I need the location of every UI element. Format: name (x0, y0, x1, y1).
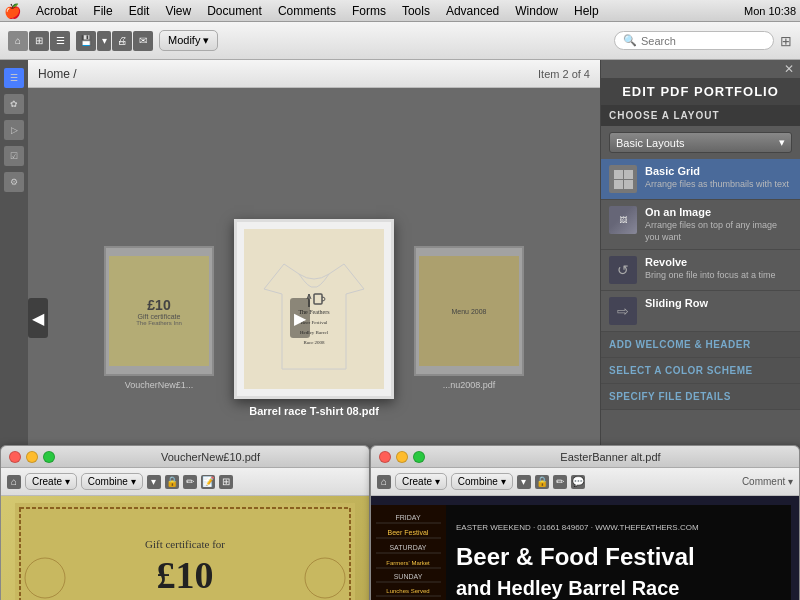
on-image-icon: 🖼 (609, 206, 637, 234)
portfolio-grid-icon[interactable]: ⊞ (29, 31, 49, 51)
save-dropdown-icon[interactable]: ▾ (97, 31, 111, 51)
sliding-row-icon: ⇨ (609, 297, 637, 325)
voucher-minimize-button[interactable] (26, 451, 38, 463)
voucher-maximize-button[interactable] (43, 451, 55, 463)
layout-select-label: Basic Layouts (616, 137, 684, 149)
easter-home-icon[interactable]: ⌂ (377, 475, 391, 489)
voucher-svg: Gift certificate for £10 towards any mea… (15, 503, 355, 601)
easter-create-button[interactable]: Create ▾ (395, 473, 447, 490)
revolve-icon: ↺ (609, 256, 637, 284)
save-icon[interactable]: 💾 (76, 31, 96, 51)
voucher-tool-3[interactable]: ✏ (183, 475, 197, 489)
on-image-text: On an Image Arrange files on top of any … (645, 206, 792, 243)
sidebar-icon-bookmarks[interactable]: ✿ (4, 94, 24, 114)
layout-option-basic-grid[interactable]: Basic Grid Arrange files as thumbnails w… (601, 159, 800, 200)
voucher-content: Gift certificate for £10 towards any mea… (1, 496, 369, 600)
portfolio-item-left[interactable]: £10 Gift certificate The Feathers Inn Vo… (104, 246, 214, 390)
tshirt-svg: The Feathers Beer Festival Hedley Barrel… (254, 239, 374, 379)
menu-tools[interactable]: Tools (395, 2, 437, 20)
menu-label: ...nu2008.pdf (414, 380, 524, 390)
voucher-window: VoucherNew£10.pdf ⌂ Create ▾ Combine ▾ ▾… (0, 445, 370, 600)
menu-file[interactable]: File (86, 2, 119, 20)
search-box[interactable]: 🔍 (614, 31, 774, 50)
voucher-display: Gift certificate for £10 towards any mea… (1, 496, 369, 600)
easter-banner-svg: FRIDAY Beer Festival SATURDAY Farmers' M… (371, 505, 791, 600)
easter-content: FRIDAY Beer Festival SATURDAY Farmers' M… (371, 496, 799, 600)
main-file-label: Barrel race T-shirt 08.pdf (234, 405, 394, 417)
easter-window: EasterBanner alt.pdf ⌂ Create ▾ Combine … (370, 445, 800, 600)
search-input[interactable] (641, 35, 761, 47)
voucher-img: £10 Gift certificate The Feathers Inn (109, 256, 209, 366)
panel-close-button[interactable]: ✕ (778, 60, 800, 78)
sidebar-icon-settings[interactable]: ⚙ (4, 172, 24, 192)
voucher-thumbnail[interactable]: £10 Gift certificate The Feathers Inn (104, 246, 214, 376)
easter-tool-2[interactable]: 🔒 (535, 475, 549, 489)
easter-combine-button[interactable]: Combine ▾ (451, 473, 513, 490)
voucher-create-label: Create ▾ (32, 476, 70, 487)
menu-comments[interactable]: Comments (271, 2, 343, 20)
print-icon[interactable]: 🖨 (112, 31, 132, 51)
next-arrow[interactable]: ▶ (290, 298, 310, 338)
layout-option-revolve[interactable]: ↺ Revolve Bring one file into focus at a… (601, 250, 800, 291)
voucher-tool-4[interactable]: 📝 (201, 475, 215, 489)
voucher-tool-2[interactable]: 🔒 (165, 475, 179, 489)
revolve-text: Revolve Bring one file into focus at a t… (645, 256, 792, 282)
svg-text:FRIDAY: FRIDAY (395, 514, 420, 521)
easter-close-button[interactable] (379, 451, 391, 463)
menu-acrobat[interactable]: Acrobat (29, 2, 84, 20)
modify-button[interactable]: Modify ▾ (159, 30, 218, 51)
menu-document[interactable]: Document (200, 2, 269, 20)
menu-help[interactable]: Help (567, 2, 606, 20)
menu-view[interactable]: View (158, 2, 198, 20)
portfolio-item-main[interactable]: The Feathers Beer Festival Hedley Barrel… (234, 219, 394, 417)
sidebar-icon-pages[interactable]: ▷ (4, 120, 24, 140)
main-content: ☰ ✿ ▷ ☑ ⚙ Home / Item 2 of 4 ◀ £10 Gift … (0, 60, 800, 600)
tshirt-thumbnail[interactable]: The Feathers Beer Festival Hedley Barrel… (234, 219, 394, 399)
voucher-tool-1[interactable]: ▾ (147, 475, 161, 489)
svg-text:Farmers' Market: Farmers' Market (386, 560, 430, 566)
svg-text:Beer Festival: Beer Festival (388, 529, 429, 536)
sidebar-icon-portfolio[interactable]: ☰ (4, 68, 24, 88)
easter-maximize-button[interactable] (413, 451, 425, 463)
voucher-combine-button[interactable]: Combine ▾ (81, 473, 143, 490)
easter-minimize-button[interactable] (396, 451, 408, 463)
easter-create-label: Create ▾ (402, 476, 440, 487)
panel-section-choose-layout: CHOOSE A LAYOUT (601, 105, 800, 126)
portfolio-item-right[interactable]: Menu 2008 ...nu2008.pdf (414, 246, 524, 390)
voucher-combine-label: Combine ▾ (88, 476, 136, 487)
apple-icon[interactable]: 🍎 (4, 3, 21, 19)
add-welcome-link[interactable]: ADD WELCOME & HEADER (601, 332, 800, 358)
easter-combine-label: Combine ▾ (458, 476, 506, 487)
portfolio-detail-icon[interactable]: ☰ (50, 31, 70, 51)
specify-file-details-link[interactable]: SPECIFY FILE DETAILS (601, 384, 800, 410)
layout-select-dropdown[interactable]: Basic Layouts ▾ (609, 132, 792, 153)
layout-option-sliding-row[interactable]: ⇨ Sliding Row (601, 291, 800, 332)
sidebar-icon-signatures[interactable]: ☑ (4, 146, 24, 166)
basic-grid-desc: Arrange files as thumbnails with text (645, 179, 792, 191)
easter-tool-1[interactable]: ▾ (517, 475, 531, 489)
menu-window[interactable]: Window (508, 2, 565, 20)
layout-option-on-image[interactable]: 🖼 On an Image Arrange files on top of an… (601, 200, 800, 250)
svg-text:Race 2008: Race 2008 (303, 340, 325, 345)
voucher-tool-5[interactable]: ⊞ (219, 475, 233, 489)
menu-forms[interactable]: Forms (345, 2, 393, 20)
voucher-window-title: VoucherNew£10.pdf (60, 451, 361, 463)
easter-window-title: EasterBanner alt.pdf (430, 451, 791, 463)
menu-edit[interactable]: Edit (122, 2, 157, 20)
voucher-close-button[interactable] (9, 451, 21, 463)
menu-thumbnail[interactable]: Menu 2008 (414, 246, 524, 376)
nav-icons: ⌂ ⊞ ☰ (8, 31, 70, 51)
easter-tool-3[interactable]: ✏ (553, 475, 567, 489)
menu-advanced[interactable]: Advanced (439, 2, 506, 20)
voucher-create-button[interactable]: Create ▾ (25, 473, 77, 490)
email-icon[interactable]: ✉ (133, 31, 153, 51)
home-icon[interactable]: ⌂ (8, 31, 28, 51)
voucher-home-icon[interactable]: ⌂ (7, 475, 21, 489)
search-expand-icon[interactable]: ⊞ (780, 33, 792, 49)
voucher-toolbar: ⌂ Create ▾ Combine ▾ ▾ 🔒 ✏ 📝 ⊞ (1, 468, 369, 496)
select-color-link[interactable]: SELECT A COLOR SCHEME (601, 358, 800, 384)
menu-time: Mon 10:38 (744, 5, 796, 17)
item-count: Item 2 of 4 (538, 68, 590, 80)
easter-tool-4[interactable]: 💬 (571, 475, 585, 489)
prev-arrow[interactable]: ◀ (28, 298, 48, 338)
